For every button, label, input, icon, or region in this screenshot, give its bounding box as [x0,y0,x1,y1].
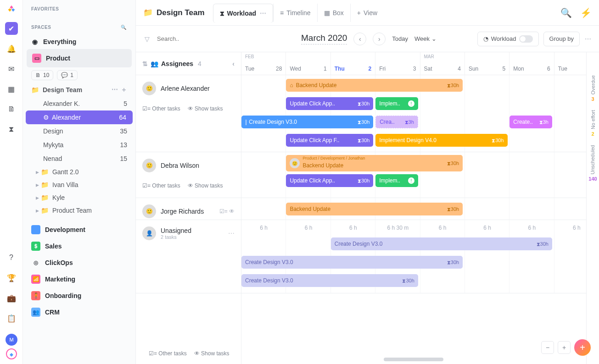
noeffort-label[interactable]: No effort [590,110,596,129]
apps-icon[interactable]: ▦ [5,83,18,95]
sidebar-product[interactable]: ▭ Product [27,49,132,67]
docs-icon[interactable]: 🗎 [5,103,18,116]
calendar-header: FEBTue28Wed1Thu2Fri3MARSat4Sun5Mon6Tue [241,52,599,75]
more-icon[interactable]: ⋯ [584,35,592,43]
task-bar[interactable]: Product / Development / Jonathan🙂Backend… [286,155,463,171]
other-tasks[interactable]: ☑= Other tasks [149,350,187,357]
task-bar[interactable]: Update Click App F..⧗30h [286,134,373,147]
sidebar-member[interactable]: Alexander K.5 [23,97,135,110]
zoom-in-button[interactable]: + [558,341,571,354]
sidebar-space[interactable]: 🧍Onboarding [23,287,135,304]
task-bar[interactable]: Create Design V3.0⧗30h [241,256,463,269]
today-button[interactable]: Today [392,35,408,42]
tab-view[interactable]: +View [350,4,384,22]
effort-label: ⧗30h [402,278,414,284]
sidebar-member[interactable]: Mykyta13 [23,138,135,152]
date-title[interactable]: March 2020 [301,33,347,44]
search-big-icon[interactable]: 🔍 [560,7,572,18]
tab-timeline[interactable]: ≡Timeline [273,4,317,22]
help-icon[interactable]: ? [5,251,18,264]
sidebar-space[interactable]: Development [23,221,135,238]
collapse-left-icon[interactable]: ‹ [232,60,235,67]
sidebar-member[interactable]: ⚙Alexander64 [26,110,133,124]
folder-icon: ▸ 📁 [36,207,49,214]
search-icon[interactable]: 🔍 [120,23,127,31]
task-bar[interactable]: Implem..! [375,97,418,110]
task-bar[interactable]: Create Design V3.0⧗30h [241,274,418,287]
assignee-cell[interactable]: 🙂 Debra Wilson [136,152,241,179]
task-bar[interactable]: ⌂Backend Update⧗30h [286,79,463,92]
task-bar[interactable]: Create Design V3.0⧗30h [331,237,552,250]
gauge-icon: ◔ [483,35,488,42]
sidebar-folder[interactable]: ▸ 📁Ivan Villa [23,178,135,191]
sidebar-space[interactable]: 📶Marketing [23,271,135,287]
automation-icon[interactable]: ⚡ [580,7,592,18]
chat-chip[interactable]: 💬1 [57,70,78,80]
unscheduled-label[interactable]: Unscheduled [590,145,595,174]
more-icon[interactable]: ⋯ [112,86,118,94]
show-tasks[interactable]: 👁 Show tasks [188,105,223,112]
timeline-lane: ⌂Backend Update⧗30hUpdate Click App..⧗30… [241,75,599,152]
zoom-out-button[interactable]: − [541,341,554,354]
briefcase-icon[interactable]: 💼 [5,292,18,304]
task-bar[interactable]: Crea..⧗3h [375,116,418,128]
task-bar[interactable]: Implement Design V4.0⧗30h [375,134,507,147]
workload-toggle[interactable]: ◔ Workload [477,32,539,46]
task-bar[interactable]: ||Create Design V3.0⧗30h [241,116,373,128]
tab-icon: ⧗ [220,10,224,17]
assignee-cell[interactable]: 👤 Unasigned2 tasks ⋯ [136,220,241,247]
effort-label: ⧗3h [539,119,549,125]
home-icon[interactable]: ✔ [5,22,18,35]
user-avatar[interactable]: M [6,334,17,346]
more-icon[interactable]: ⋯ [260,10,266,17]
docs-chip[interactable]: 🗎10 [31,70,53,80]
search-input[interactable] [157,35,212,42]
task-bar[interactable]: Backend Update⧗30h [286,203,463,215]
tree-design-team[interactable]: 📁Design Team ⋯ ＋ [23,83,135,97]
sidebar-member[interactable]: Nenad15 [23,152,135,165]
sidebar-folder[interactable]: ▸ 📁Product Team [23,204,135,217]
tab-box[interactable]: ▦Box [317,4,350,22]
effort-label: ⧗30h [358,119,369,125]
task-bar[interactable]: Update Click App..⧗30h [286,174,373,187]
bell-icon[interactable]: 🔔 [5,42,18,55]
assignee-cell[interactable]: 🙂 Arlene Alexander [136,75,241,102]
clipboard-icon[interactable]: 📋 [5,312,18,325]
sidebar-space[interactable]: ＄Sales [23,238,135,254]
breadcrumb[interactable]: 📁 Design Team [143,8,210,17]
more-icon[interactable]: ⋯ [228,230,235,237]
other-tasks[interactable]: ☑= Other tasks [142,182,180,189]
overdue-label[interactable]: Overdue [590,75,596,94]
show-tasks[interactable]: 👁 Show tasks [188,182,223,189]
sidebar-member[interactable]: Design35 [23,124,135,138]
add-icon[interactable]: ＋ [121,86,127,94]
tab-workload[interactable]: ⧗Workload⋯ [213,4,274,23]
range-select[interactable]: Week ⌄ [414,35,437,42]
create-button[interactable]: + [574,339,591,356]
groupby-button[interactable]: Group by [543,32,580,46]
sidebar-everything[interactable]: ◉ Everything [23,34,135,49]
show-tasks[interactable]: 👁 Show tasks [194,350,230,357]
filter-icon[interactable]: ▽ [143,35,151,43]
group-header[interactable]: ⇅ 👥 Assignees 4 ‹ [136,52,241,75]
app-logo-icon [6,5,17,15]
sidebar-folder[interactable]: ▸ 📁Gantt 2.0 [23,165,135,178]
sidebar-space[interactable]: ◎ClickOps [23,254,135,271]
scrollbar[interactable] [384,358,443,361]
timeline-lane: Backend Update⧗30h [241,198,599,220]
next-button[interactable]: › [373,33,386,45]
compact-icons[interactable]: ☑= 👁 [219,208,235,215]
sidebar-folder[interactable]: ▸ 📁Kyle [23,191,135,204]
topbar: 📁 Design Team ⧗Workload⋯≡Timeline▦Box+Vi… [136,0,599,26]
sidebar-space[interactable]: 👥CRM [23,304,135,320]
drag-handle-icon[interactable]: || [245,119,246,125]
task-bar[interactable]: Implem..! [375,174,418,187]
other-tasks[interactable]: ☑= Other tasks [142,105,180,112]
prev-button[interactable]: ‹ [353,33,366,45]
time-icon[interactable]: ⧗ [5,123,18,136]
inbox-icon[interactable]: ✉ [5,62,18,75]
trophy-icon[interactable]: 🏆 [5,271,18,284]
app-logo-small-icon[interactable] [6,348,17,359]
task-bar[interactable]: Create..⧗3h [509,116,552,128]
task-bar[interactable]: Update Click App..⧗30h [286,97,373,110]
